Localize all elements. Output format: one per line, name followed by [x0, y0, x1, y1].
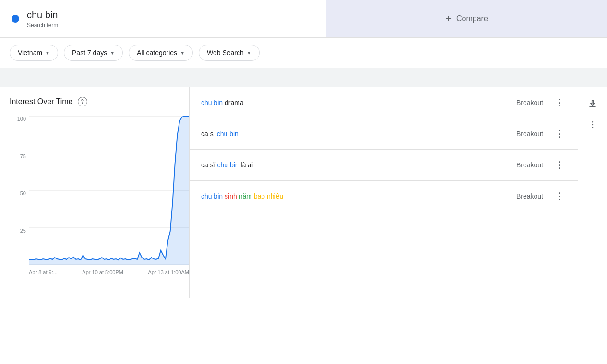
chart-inner	[29, 116, 189, 265]
chevron-down-icon: ▼	[247, 50, 251, 56]
chart-svg	[29, 116, 189, 265]
y-label-100: 100	[10, 116, 29, 122]
query-badge: Breakout	[516, 161, 543, 169]
chevron-down-icon: ▼	[110, 50, 115, 56]
query-row: chu bin drama Breakout ⋮	[190, 87, 578, 118]
svg-point-8	[592, 127, 594, 129]
x-label-3: Apr 13 at 1:00AM	[148, 270, 189, 275]
chevron-down-icon: ▼	[45, 50, 50, 56]
query-row: chu bin sinh năm bao nhiêu Breakout ⋮	[190, 181, 578, 211]
related-queries-panel: chu bin drama Breakout ⋮ ca si chu bin B…	[190, 87, 578, 298]
query-text: chu bin sinh năm bao nhiêu	[201, 192, 511, 200]
chart-svg-container: 100 75 50 25	[10, 116, 189, 279]
chart-x-labels: Apr 8 at 9:... Apr 10 at 5:00PM Apr 13 a…	[29, 266, 189, 279]
svg-point-7	[592, 124, 594, 126]
search-term-label: Search term	[27, 22, 58, 29]
query-badge: Breakout	[516, 99, 543, 106]
chart-title-row: Interest Over Time ?	[10, 97, 189, 106]
chart-area: Interest Over Time ? 100 75 50 25	[0, 87, 190, 298]
y-label-50: 50	[10, 190, 29, 196]
chart-y-labels: 100 75 50 25	[10, 116, 29, 265]
filter-time-label: Past 7 days	[72, 49, 107, 57]
filter-category-label: All categories	[137, 49, 177, 57]
actions-area	[578, 87, 607, 298]
filter-search-type-label: Web Search	[207, 49, 244, 57]
filters-bar: Vietnam ▼ Past 7 days ▼ All categories ▼…	[0, 38, 607, 68]
query-text: ca si chu bin	[201, 130, 511, 138]
search-term-dot	[12, 15, 19, 23]
query-text: chu bin drama	[201, 99, 511, 106]
more-options-button[interactable]	[584, 116, 601, 133]
filter-region-label: Vietnam	[18, 49, 42, 57]
x-label-2: Apr 10 at 5:00PM	[82, 270, 123, 275]
help-icon[interactable]: ?	[78, 97, 87, 106]
y-label-75: 75	[10, 153, 29, 159]
download-button[interactable]	[584, 95, 601, 112]
download-icon	[588, 99, 597, 108]
query-badge: Breakout	[516, 130, 543, 138]
chevron-down-icon: ▼	[180, 50, 185, 56]
query-badge: Breakout	[516, 192, 543, 200]
filter-search-type[interactable]: Web Search ▼	[199, 45, 260, 61]
query-more-button[interactable]: ⋮	[553, 158, 566, 172]
x-label-1: Apr 8 at 9:...	[29, 270, 58, 275]
svg-point-6	[592, 121, 594, 123]
query-row: ca si chu bin Breakout ⋮	[190, 118, 578, 150]
compare-plus-icon: +	[445, 12, 452, 25]
search-terms-bar: chu bin Search term + Compare	[0, 0, 607, 38]
search-term-card: chu bin Search term	[0, 0, 326, 37]
query-text: ca sĩ chu bin là ai	[201, 161, 511, 169]
chart-title: Interest Over Time	[10, 97, 73, 106]
query-more-button[interactable]: ⋮	[553, 189, 566, 203]
y-label-25: 25	[10, 228, 29, 234]
filter-time[interactable]: Past 7 days ▼	[64, 45, 123, 61]
section-divider	[0, 68, 607, 87]
compare-label: Compare	[456, 14, 488, 23]
query-more-button[interactable]: ⋮	[553, 96, 566, 109]
filter-category[interactable]: All categories ▼	[129, 45, 193, 61]
main-content: Interest Over Time ? 100 75 50 25	[0, 87, 607, 298]
filter-region[interactable]: Vietnam ▼	[10, 45, 58, 61]
question-mark: ?	[81, 98, 84, 105]
query-more-button[interactable]: ⋮	[553, 127, 566, 141]
more-vert-icon	[588, 120, 597, 129]
search-term-name: chu bin	[27, 9, 58, 21]
query-row: ca sĩ chu bin là ai Breakout ⋮	[190, 150, 578, 181]
compare-button[interactable]: + Compare	[326, 0, 607, 37]
search-term-text: chu bin Search term	[27, 9, 58, 29]
